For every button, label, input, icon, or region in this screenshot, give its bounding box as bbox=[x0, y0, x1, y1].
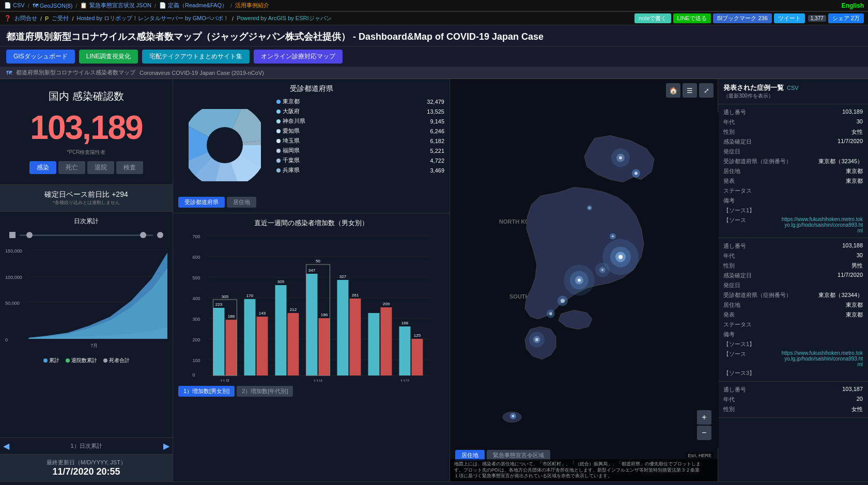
last-updated-label: 最終更新日（M/D/YYYY, JST） bbox=[4, 459, 168, 466]
infection-count-value: 103,189 bbox=[10, 108, 162, 147]
case-row: 発表 東京都 bbox=[723, 176, 863, 186]
case-row: 年代 20 bbox=[723, 395, 863, 404]
svg-text:143: 143 bbox=[259, 311, 266, 316]
pie-value-aichi: 6,246 bbox=[430, 128, 444, 134]
pie-label-fukuoka: 福岡県 bbox=[283, 147, 300, 154]
tab-recovery[interactable]: 退院 bbox=[87, 161, 114, 174]
pie-legend-fukuoka: 福岡県 5,221 bbox=[276, 147, 444, 154]
case-value-announce: 東京都 bbox=[846, 177, 863, 185]
slider-handle-left[interactable] bbox=[26, 232, 33, 238]
pie-value-chiba: 4,722 bbox=[430, 158, 444, 164]
slider-left-handle[interactable] bbox=[9, 232, 16, 238]
pie-tab-prefecture[interactable]: 受診都道府県 bbox=[178, 197, 225, 208]
csv-download-link[interactable]: CSV bbox=[787, 85, 799, 91]
japan-map-svg: NORTH KOREA SOUTH KOREA bbox=[450, 79, 719, 481]
case-row: 発症日 bbox=[723, 147, 863, 157]
line-button[interactable]: LINEで送る bbox=[673, 13, 711, 23]
pie-label-chiba: 千葉県 bbox=[283, 157, 300, 164]
svg-rect-61 bbox=[368, 313, 380, 376]
chart-slider[interactable] bbox=[5, 230, 167, 240]
bar-tab-age[interactable]: 2）増加数[年代別] bbox=[237, 386, 293, 397]
pie-dot-fukuoka bbox=[276, 149, 281, 153]
legend-death: 死者合計 bbox=[103, 357, 130, 364]
gis-dashboard-button[interactable]: GISダッシュボード bbox=[6, 50, 75, 64]
case-value-gender-2: 男性 bbox=[851, 262, 863, 270]
pie-section: 受診都道府県 bbox=[178, 84, 444, 208]
tab-death[interactable]: 死亡 bbox=[58, 161, 85, 174]
svg-text:600: 600 bbox=[193, 255, 200, 260]
case-row: 【ソース https://www.fukushihoken.metro.toky… bbox=[723, 349, 863, 368]
case-value-src2-link-2[interactable]: https://www.fukushihoken.metro.tokyo.lg.… bbox=[780, 350, 863, 367]
svg-text:223: 223 bbox=[215, 302, 223, 307]
map-controls: 🏠 ☰ ⤢ bbox=[666, 83, 714, 98]
svg-rect-53 bbox=[319, 318, 330, 376]
slider-handle-right[interactable] bbox=[140, 232, 146, 238]
map-fullscreen-button[interactable]: ⤢ bbox=[699, 83, 714, 98]
bar-chart-container: 700 600 500 400 300 200 100 0 bbox=[178, 232, 444, 382]
pie-legend-kanagawa: 神奈川県 9,145 bbox=[276, 117, 444, 125]
svg-rect-45 bbox=[257, 317, 268, 376]
pie-dot-kanagawa bbox=[276, 119, 281, 123]
tab-infection[interactable]: 感染 bbox=[29, 161, 56, 174]
case-row: 【ソース3】 bbox=[723, 368, 863, 378]
bar-tab-gender[interactable]: 1）増加数[男女別] bbox=[178, 386, 235, 397]
bookmark-button[interactable]: BIブックマーク 236 bbox=[713, 13, 772, 23]
subtitle-bar: 🗺 都道府県別新型コロナウイルス感染者数マップ Coronavirus COVI… bbox=[0, 67, 868, 79]
case-value-prefecture: 東京都（32345） bbox=[818, 158, 863, 165]
receipt-link[interactable]: ご受付 bbox=[52, 14, 69, 22]
note-button[interactable]: noteで書く bbox=[634, 13, 671, 23]
contact-link[interactable]: お問合せ bbox=[14, 14, 37, 22]
nav-buttons-row: GISダッシュボード LINE調査視覚化 宅配テイクアウトまとめサイト集 オンラ… bbox=[0, 46, 868, 67]
zoom-in-button[interactable]: + bbox=[697, 410, 711, 425]
tab-test[interactable]: 検査 bbox=[116, 161, 143, 174]
right-panel-subtitle: （最新300件を表示） bbox=[723, 92, 863, 100]
case-label-date: 感染確定日 bbox=[723, 138, 752, 146]
slider-right-handle[interactable] bbox=[157, 232, 163, 238]
daily-diff-note: *各種絞り込みとは連動しません bbox=[8, 199, 165, 206]
tweet-button[interactable]: ツイート bbox=[774, 13, 805, 23]
case-label-residence: 居住地 bbox=[723, 167, 740, 175]
map-icon: 🗺 bbox=[6, 70, 12, 76]
map-home-button[interactable]: 🏠 bbox=[666, 83, 680, 98]
legend-cumulative: 累計 bbox=[43, 357, 59, 364]
infection-tabs: 感染 死亡 退院 検査 bbox=[10, 161, 162, 174]
case-label-announce: 発表 bbox=[723, 177, 735, 185]
case-label-notes-2: 備考 bbox=[723, 331, 735, 338]
pie-chart-svg bbox=[189, 109, 261, 181]
chart-nav-label: 1）日次累計 bbox=[70, 442, 102, 450]
case-label-serial: 通し番号 bbox=[723, 108, 746, 116]
delivery-button[interactable]: 宅配テイクアウトまとめサイト集 bbox=[142, 50, 250, 64]
examples-link[interactable]: 活用事例紹介 bbox=[235, 2, 269, 9]
english-link[interactable]: English bbox=[842, 2, 864, 9]
bar-chart-section: 直近一週間の感染者増加数（男女別） 700 600 500 400 300 20… bbox=[173, 213, 450, 481]
case-row: ステータス bbox=[723, 186, 863, 196]
csv-link[interactable]: 📄 CSV bbox=[4, 2, 25, 9]
legend-dot-recovery bbox=[66, 358, 70, 363]
case-row: 受診都道府県（症例番号） 東京都（32344） bbox=[723, 290, 863, 300]
map-list-button[interactable]: ☰ bbox=[683, 83, 697, 98]
online-medical-button[interactable]: オンライン診療対応マップ bbox=[254, 50, 343, 64]
pie-value-saitama: 6,182 bbox=[430, 138, 444, 144]
svg-rect-66 bbox=[412, 339, 423, 376]
pie-tab-residence[interactable]: 居住地 bbox=[227, 197, 256, 208]
case-row: 年代 30 bbox=[723, 251, 863, 261]
emergency-json-link[interactable]: 📋 緊急事態宣言状況 JSON bbox=[80, 2, 151, 9]
case-label-onset: 発症日 bbox=[723, 148, 740, 155]
case-card-3: 通し番号 103,187 年代 20 性別 女性 bbox=[718, 382, 868, 418]
chart-next-arrow[interactable]: ▶ bbox=[163, 441, 169, 451]
pie-legend-chiba: 千葉県 4,722 bbox=[276, 157, 444, 164]
slider-track[interactable] bbox=[20, 234, 153, 236]
daily-diff-title: 確定日ベース前日比 +294 bbox=[8, 190, 165, 199]
share-button[interactable]: シェア 2万 bbox=[828, 13, 864, 23]
hosted-link[interactable]: Hosted by ロリポップ！レンタルサーバー by GMOペパボ！ bbox=[76, 14, 229, 22]
geojson-link[interactable]: 🗺 GeoJSON(8) bbox=[33, 3, 73, 9]
case-value-source2-link[interactable]: https://www.fukushihoken.metro.tokyo.lg.… bbox=[780, 216, 863, 233]
zoom-out-button[interactable]: − bbox=[697, 426, 711, 440]
line-survey-button[interactable]: LINE調査視覚化 bbox=[79, 50, 138, 64]
pie-tabs: 受診都道府県 居住地 bbox=[178, 197, 444, 208]
faq-link[interactable]: 📄 定義（Readme&FAQ） bbox=[159, 2, 227, 9]
arcgis-link[interactable]: Powered by ArcGIS by ESRIジャパン bbox=[237, 14, 331, 22]
chart-prev-arrow[interactable]: ◀ bbox=[3, 441, 9, 451]
pie-value-kanagawa: 9,145 bbox=[430, 118, 444, 124]
svg-rect-49 bbox=[288, 313, 299, 376]
